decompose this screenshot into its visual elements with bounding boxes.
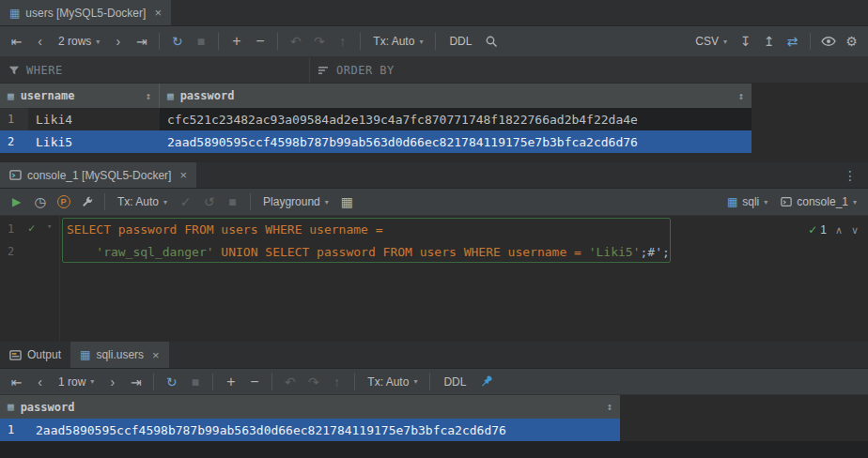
delete-row-icon[interactable]: − xyxy=(249,31,271,52)
schema-dropdown[interactable]: ▦ sqli ▾ xyxy=(721,191,773,212)
import-data-icon[interactable]: ↥ xyxy=(758,31,780,52)
tx-mode-dropdown[interactable]: Tx: Auto ▾ xyxy=(367,31,428,52)
rollback-icon[interactable]: ↺ xyxy=(198,191,220,212)
last-page-icon[interactable]: ⇥ xyxy=(131,31,152,52)
column-header-password-label: password xyxy=(180,89,235,102)
code-line[interactable]: 'raw_sql_danger' UNION SELECT password F… xyxy=(61,240,868,263)
export-format-dropdown[interactable]: CSV ▾ xyxy=(690,31,733,52)
where-filter-field[interactable]: WHERE xyxy=(0,57,310,83)
result-grid-toolbar: ⇤ ‹ 1 row ▾ › ⇥ ↻ ■ + − ↶ ↷ ↑ Tx: Auto ▾… xyxy=(0,369,868,395)
delete-row-icon[interactable]: − xyxy=(243,372,265,392)
stop-icon[interactable]: ■ xyxy=(190,31,211,52)
tab-console-label: console_1 [MySQL5-Docker] xyxy=(27,169,171,182)
tx-mode-dropdown[interactable]: Tx: Auto ▾ xyxy=(362,372,423,392)
first-page-icon[interactable]: ⇤ xyxy=(6,372,27,392)
stop-icon[interactable]: ■ xyxy=(222,191,243,212)
previous-page-icon[interactable]: ‹ xyxy=(29,31,51,52)
chevron-down-icon: ▾ xyxy=(723,38,727,46)
editor-code-area[interactable]: SELECT password FROM users WHERE usernam… xyxy=(61,216,868,263)
grid-header-row: ▦ password ↕ xyxy=(0,395,868,419)
next-page-icon[interactable]: › xyxy=(107,31,129,52)
run-icon[interactable]: ▶ xyxy=(6,191,27,212)
refresh-icon[interactable]: ↻ xyxy=(166,31,188,52)
order-by-filter-field[interactable]: ORDER BY xyxy=(310,57,403,83)
row-number[interactable]: 2 xyxy=(0,130,28,153)
sort-icon[interactable]: ↕ xyxy=(737,90,744,102)
undo-icon[interactable]: ↶ xyxy=(279,372,301,392)
toolbar-separator xyxy=(212,374,213,390)
row-number[interactable]: 1 xyxy=(0,108,28,130)
redo-icon[interactable]: ↷ xyxy=(308,31,330,52)
ddl-button[interactable]: DDL xyxy=(442,31,478,52)
more-options-kebab-icon[interactable]: ⋮ xyxy=(840,168,860,183)
stop-icon[interactable]: ■ xyxy=(184,372,206,392)
next-page-icon[interactable]: › xyxy=(101,372,123,392)
cell-password[interactable]: 2aad5890595ccf4598b787b99ab563d0d66ec821… xyxy=(28,419,620,441)
header-filler xyxy=(752,84,868,108)
fold-arrow-icon[interactable]: ▾ xyxy=(47,221,52,231)
chevron-down-icon: ▾ xyxy=(90,377,94,386)
sort-icon[interactable]: ↕ xyxy=(145,90,151,102)
chevron-up-icon[interactable]: ∧ xyxy=(835,224,843,237)
page-size-dropdown[interactable]: 1 row ▾ xyxy=(53,372,100,392)
last-page-icon[interactable]: ⇥ xyxy=(125,372,147,392)
settings-wrench-icon[interactable] xyxy=(76,191,98,212)
column-header-username[interactable]: ▦ username ↕ xyxy=(0,84,160,108)
first-page-icon[interactable]: ⇤ xyxy=(6,31,27,52)
result-data-grid: ▦ password ↕ 1 2aad5890595ccf4598b787b99… xyxy=(0,395,868,441)
tab-users-grid[interactable]: ▦ users [MySQL5-Docker] × xyxy=(0,0,171,25)
sql-string-literal: 'raw_sql_danger' xyxy=(96,245,213,259)
playground-mode-dropdown[interactable]: Playground ▾ xyxy=(257,191,334,212)
submit-icon[interactable]: ↑ xyxy=(332,31,353,52)
close-icon[interactable]: × xyxy=(179,169,187,181)
tab-result-grid-label: sqli.users xyxy=(96,348,144,361)
data-extractor-icon[interactable]: ⇄ xyxy=(782,31,803,52)
row-filler xyxy=(752,108,868,130)
tx-mode-dropdown[interactable]: Tx: Auto ▾ xyxy=(112,191,173,212)
tx-mode-label: Tx: Auto xyxy=(373,35,414,48)
close-icon[interactable]: × xyxy=(152,349,160,361)
refresh-icon[interactable]: ↻ xyxy=(161,372,182,392)
output-layout-icon[interactable]: ▦ xyxy=(336,191,358,212)
page-size-dropdown[interactable]: 2 rows ▾ xyxy=(53,31,105,52)
close-icon[interactable]: × xyxy=(154,7,162,19)
tab-result-grid[interactable]: ▦ sqli.users × xyxy=(70,342,169,368)
code-line[interactable]: SELECT password FROM users WHERE usernam… xyxy=(61,218,868,240)
chevron-down-icon[interactable]: ∨ xyxy=(851,224,859,237)
redo-icon[interactable]: ↷ xyxy=(302,372,324,392)
tab-console[interactable]: console_1 [MySQL5-Docker] × xyxy=(0,162,196,188)
cell-username[interactable]: Liki5 xyxy=(28,130,160,153)
undo-icon[interactable]: ↶ xyxy=(285,31,306,52)
column-header-password[interactable]: ▦ password ↕ xyxy=(0,395,620,419)
ddl-button[interactable]: DDL xyxy=(437,372,473,392)
cell-password[interactable]: cfc521c23482ac93a09584ad2e139c4a7fc87077… xyxy=(160,108,752,130)
cell-password[interactable]: 2aad5890595ccf4598b787b99ab563d0d66ec821… xyxy=(160,130,752,153)
filter-funnel-icon xyxy=(8,65,20,76)
tab-output[interactable]: Output xyxy=(0,342,70,368)
previous-page-icon[interactable]: ‹ xyxy=(29,372,51,392)
history-clock-icon[interactable]: ◷ xyxy=(29,191,51,212)
console-icon xyxy=(9,169,22,181)
column-header-password[interactable]: ▦ password ↕ xyxy=(160,84,752,108)
parameters-icon[interactable]: P xyxy=(53,191,74,212)
cell-username[interactable]: Liki4 xyxy=(28,108,160,130)
users-data-grid: ▦ username ↕ ▦ password ↕ 1 Liki4 cfc521… xyxy=(0,84,868,153)
export-data-icon[interactable]: ↧ xyxy=(735,31,756,52)
settings-gear-icon[interactable]: ⚙ xyxy=(841,31,862,52)
add-row-icon[interactable]: + xyxy=(225,31,247,52)
column-header-username-label: username xyxy=(21,89,75,102)
grid-filter-bar: WHERE ORDER BY xyxy=(0,57,868,84)
pin-tab-icon[interactable] xyxy=(474,372,496,392)
row-number[interactable]: 1 xyxy=(0,419,28,441)
submit-icon[interactable]: ↑ xyxy=(326,372,348,392)
chevron-down-icon: ▾ xyxy=(96,38,100,46)
view-options-eye-icon[interactable] xyxy=(817,31,839,52)
add-row-icon[interactable]: + xyxy=(220,372,241,392)
session-dropdown[interactable]: console_1 ▾ xyxy=(775,191,862,212)
chevron-down-icon: ▾ xyxy=(163,198,167,206)
search-icon[interactable] xyxy=(480,31,502,52)
order-by-icon xyxy=(318,65,330,76)
sort-icon[interactable]: ↕ xyxy=(606,401,612,413)
commit-icon[interactable]: ✓ xyxy=(175,191,196,212)
sql-editor[interactable]: 1 2 ✓ ▾ SELECT password FROM users WHERE… xyxy=(0,216,868,342)
